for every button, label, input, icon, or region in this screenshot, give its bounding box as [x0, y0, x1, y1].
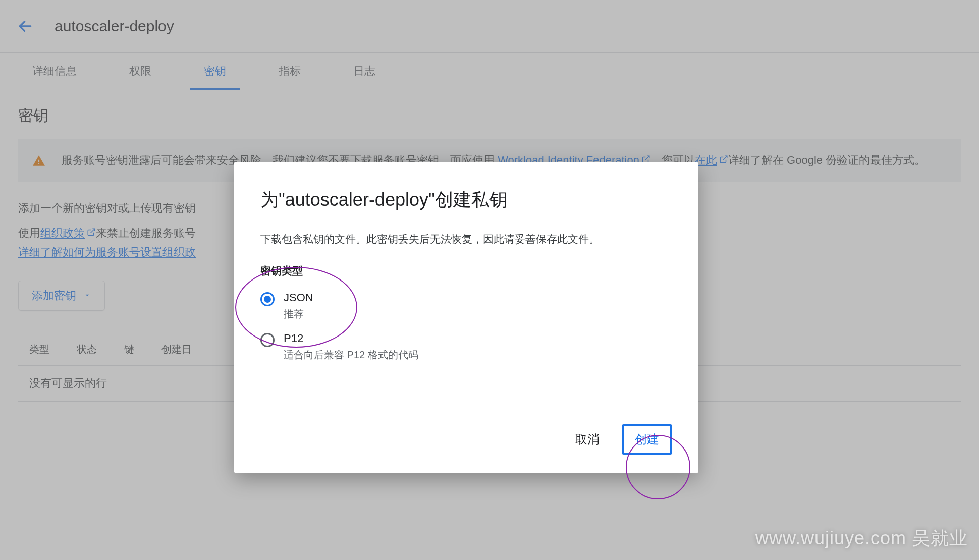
radio-icon	[260, 292, 275, 306]
cancel-button[interactable]: 取消	[566, 425, 609, 454]
dialog-actions: 取消 创建	[260, 424, 672, 455]
radio-sublabel: 推荐	[284, 307, 313, 321]
dialog-description: 下载包含私钥的文件。此密钥丢失后无法恢复，因此请妥善保存此文件。	[260, 231, 672, 248]
dialog-title: 为"autoscaler-deploy"创建私钥	[260, 188, 672, 212]
radio-sublabel: 适合向后兼容 P12 格式的代码	[284, 348, 418, 362]
radio-label: P12	[284, 332, 418, 345]
radio-option-p12[interactable]: P12 适合向后兼容 P12 格式的代码	[260, 328, 672, 369]
create-button[interactable]: 创建	[622, 424, 672, 455]
radio-label: JSON	[284, 291, 313, 304]
radio-icon	[260, 333, 275, 347]
radio-option-json[interactable]: JSON 推荐	[260, 287, 672, 328]
watermark-text: www.wujiuye.com 吴就业	[755, 526, 968, 551]
key-type-label: 密钥类型	[260, 264, 672, 278]
create-key-dialog: 为"autoscaler-deploy"创建私钥 下载包含私钥的文件。此密钥丢失…	[234, 162, 698, 473]
